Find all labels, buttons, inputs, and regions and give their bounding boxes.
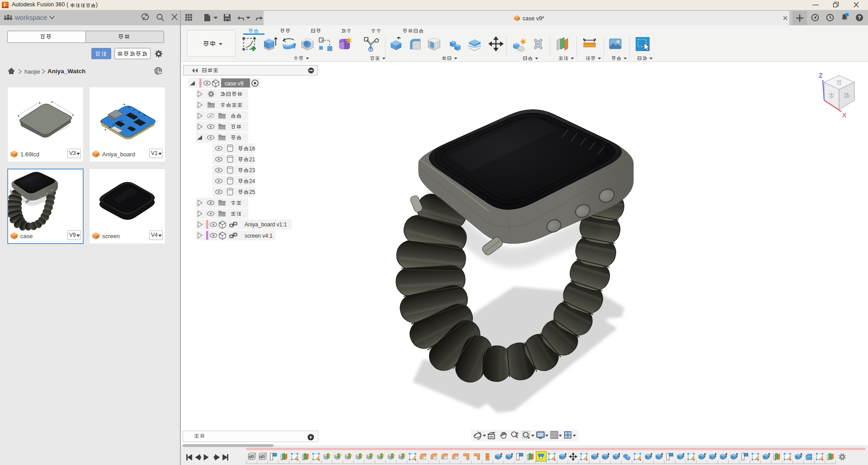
svg-text:case v9: case v9 <box>225 80 244 87</box>
svg-text:?: ? <box>858 15 861 20</box>
svg-text:X: X <box>842 112 847 119</box>
svg-text:16: 16 <box>249 146 255 152</box>
svg-text:24: 24 <box>249 178 255 184</box>
svg-text:21: 21 <box>249 156 255 163</box>
svg-text:Aniya_board v1:1: Aniya_board v1:1 <box>245 221 287 228</box>
svg-text:screen v4:1: screen v4:1 <box>245 233 273 239</box>
svg-text:Z: Z <box>819 72 823 79</box>
svg-text:F: F <box>4 2 7 8</box>
svg-text:25: 25 <box>249 189 255 195</box>
svg-text:23: 23 <box>249 167 255 174</box>
